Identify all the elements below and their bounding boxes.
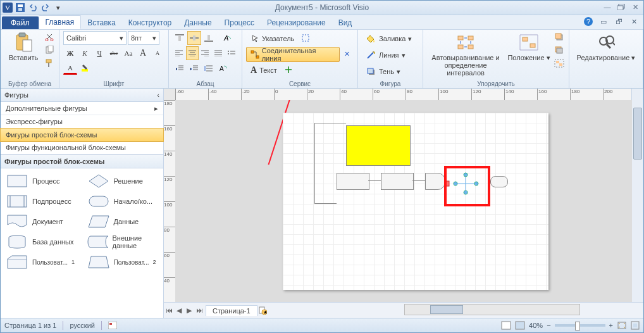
view-normal-icon[interactable] xyxy=(501,321,511,330)
auto-align-button[interactable]: Автовыравнивание и определение интервало… xyxy=(427,31,504,78)
tab-data[interactable]: Данные xyxy=(178,16,218,29)
text-tool[interactable]: AТекст xyxy=(246,63,282,78)
terminator-shape[interactable] xyxy=(490,176,508,187)
font-name-select[interactable]: Calibri▾ xyxy=(63,31,127,45)
shape-terminator[interactable]: Начало/ко... xyxy=(82,191,164,211)
restore-button[interactable] xyxy=(616,2,627,12)
select-dropdown[interactable] xyxy=(299,31,313,45)
and-shape[interactable] xyxy=(425,173,445,190)
shape-custom2[interactable]: Пользоват...2 xyxy=(82,252,164,272)
box-shape[interactable] xyxy=(337,173,369,190)
help-icon[interactable]: ? xyxy=(583,16,594,27)
drawing-canvas[interactable] xyxy=(175,100,632,303)
save-icon[interactable] xyxy=(15,2,26,13)
shape-external[interactable]: Внешние данные xyxy=(82,232,164,252)
grow-font-button[interactable]: A xyxy=(136,46,150,60)
editing-button[interactable]: Редактирование ▾ xyxy=(573,31,639,63)
horizontal-scrollbar[interactable] xyxy=(404,304,580,315)
highlight-button[interactable] xyxy=(78,61,92,75)
app-icon[interactable]: V xyxy=(2,2,13,13)
align-top[interactable] xyxy=(173,31,187,45)
fit-page-icon[interactable] xyxy=(617,321,627,330)
shape-document[interactable]: Документ xyxy=(1,211,82,232)
shape-subprocess[interactable]: Подпроцесс xyxy=(1,191,82,211)
full-screen-icon[interactable] xyxy=(631,321,640,330)
copy-icon[interactable] xyxy=(44,44,55,56)
align-left[interactable] xyxy=(173,46,185,60)
box-shape[interactable] xyxy=(381,173,414,190)
align-bottom[interactable] xyxy=(202,31,216,45)
line-button[interactable]: Линия ▾ xyxy=(362,47,419,63)
zoom-out-icon[interactable]: − xyxy=(547,322,550,329)
vertical-scrollbar[interactable] xyxy=(631,89,643,303)
redo-icon[interactable] xyxy=(40,2,51,13)
case-button[interactable]: Aa xyxy=(121,46,135,60)
send-back-icon[interactable] xyxy=(554,44,565,56)
more-shapes-item[interactable]: Дополнительные фигуры▸ xyxy=(1,102,163,115)
pointer-tool[interactable]: Указатель xyxy=(246,31,299,46)
tab-design[interactable]: Конструктор xyxy=(122,16,178,29)
format-painter-icon[interactable] xyxy=(44,58,55,69)
font-color-button[interactable]: A xyxy=(63,61,77,75)
strike-button[interactable]: abc xyxy=(107,46,121,60)
align-right[interactable] xyxy=(199,46,212,60)
qat-dropdown-icon[interactable]: ▾ xyxy=(53,2,64,13)
page-prev-icon[interactable]: ◀ xyxy=(174,305,184,315)
indent-inc[interactable] xyxy=(187,61,201,75)
new-page-icon[interactable]: ★ xyxy=(257,305,268,315)
page-next-icon[interactable]: ▶ xyxy=(184,305,194,315)
font-size-select[interactable]: 8пт▾ xyxy=(128,31,159,45)
quick-shapes-item[interactable]: Экспресс-фигуры xyxy=(1,115,163,129)
tab-review[interactable]: Рецензирование xyxy=(261,16,332,29)
shape-database[interactable]: База данных xyxy=(1,232,82,252)
paste-button[interactable]: Вставить xyxy=(4,31,42,63)
italic-button[interactable]: К xyxy=(78,46,92,60)
tab-home[interactable]: Главная xyxy=(39,15,82,29)
indent-dec[interactable] xyxy=(173,61,187,75)
orientation-button[interactable]: A xyxy=(221,31,235,45)
tab-insert[interactable]: Вставка xyxy=(81,16,122,29)
close-button[interactable]: ✕ xyxy=(629,2,641,12)
status-lang[interactable]: русский xyxy=(70,322,94,329)
yellow-shape[interactable] xyxy=(346,125,411,166)
connector-tool[interactable]: Соединительная линия xyxy=(246,47,340,62)
shrink-font-button[interactable]: A xyxy=(151,46,164,60)
shape-process[interactable]: Процесс xyxy=(1,171,82,191)
view-full-icon[interactable] xyxy=(515,321,525,330)
macro-icon[interactable] xyxy=(108,322,117,329)
fill-button[interactable]: Заливка ▾ xyxy=(362,31,419,46)
shadow-button[interactable]: Тень ▾ xyxy=(362,64,419,79)
align-justify[interactable] xyxy=(212,46,225,60)
ribbon-close-icon[interactable]: ✕ xyxy=(628,16,640,27)
align-center[interactable] xyxy=(186,46,199,60)
shape-decision[interactable]: Решение xyxy=(82,171,164,191)
bold-button[interactable]: Ж xyxy=(63,46,77,60)
rotate-text[interactable]: A xyxy=(216,61,230,75)
page-last-icon[interactable]: ⏭ xyxy=(194,305,204,315)
delete-x[interactable]: ✕ xyxy=(340,47,354,61)
minimize-button[interactable]: — xyxy=(602,2,613,12)
undo-icon[interactable] xyxy=(27,2,39,13)
zoom-in-icon[interactable]: + xyxy=(609,322,613,329)
page-first-icon[interactable]: ⏮ xyxy=(164,305,174,315)
tab-file[interactable]: Файл xyxy=(2,16,39,29)
shape-data[interactable]: Данные xyxy=(82,211,164,232)
bring-front-icon[interactable] xyxy=(554,31,565,42)
zoom-level[interactable]: 40% xyxy=(529,322,543,329)
group-icon[interactable] xyxy=(554,58,565,69)
spacing-button[interactable] xyxy=(202,61,216,75)
page-tab[interactable]: Страница-1 xyxy=(206,305,257,316)
functional-flowchart-item[interactable]: Фигуры функциональной блок-схемы xyxy=(1,141,163,154)
position-button[interactable]: Положение ▾ xyxy=(505,31,552,63)
collapse-icon[interactable]: ‹ xyxy=(157,91,159,99)
basic-flowchart-item[interactable]: Фигуры простой блок-схемы xyxy=(0,128,164,142)
zoom-slider[interactable] xyxy=(555,324,605,327)
tab-view[interactable]: Вид xyxy=(332,16,359,29)
align-middle[interactable] xyxy=(187,31,201,45)
ribbon-minimize-icon[interactable]: ▭ xyxy=(598,16,609,27)
connection-point-tool[interactable] xyxy=(282,63,295,77)
cut-icon[interactable] xyxy=(44,31,55,42)
bullets-button[interactable] xyxy=(225,46,238,60)
shape-custom1[interactable]: Пользоват...1 xyxy=(1,252,82,272)
ribbon-restore-icon[interactable]: 🗗 xyxy=(613,16,624,27)
